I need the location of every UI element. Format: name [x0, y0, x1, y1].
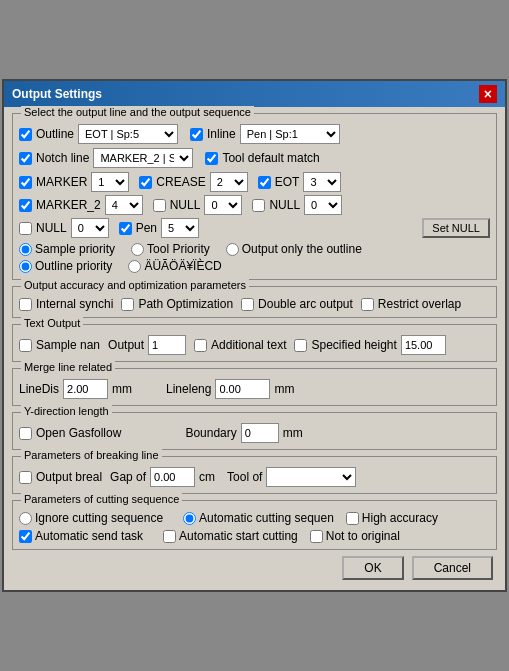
crease-checkbox[interactable] — [139, 176, 152, 189]
radio-group1-row: Sample priority Tool Priority Output onl… — [19, 242, 490, 256]
merge-row: LineDis mm Lineleng mm — [19, 379, 490, 399]
mm3-label: mm — [283, 426, 303, 440]
internal-synchi-checkbox[interactable] — [19, 298, 32, 311]
auto-cutting-radio[interactable] — [183, 512, 196, 525]
merge-line-section: Merge line related LineDis mm Lineleng m… — [12, 368, 497, 406]
notchline-checkbox[interactable] — [19, 152, 32, 165]
special-radio[interactable] — [128, 260, 141, 273]
gap-label: Gap of — [110, 470, 146, 484]
tool-priority-option[interactable]: Tool Priority — [131, 242, 210, 256]
null4-combo[interactable]: 0 — [71, 218, 109, 238]
sample-priority-option[interactable]: Sample priority — [19, 242, 115, 256]
sample-name-checkbox[interactable] — [19, 339, 32, 352]
output-value[interactable] — [148, 335, 186, 355]
auto-start-cutting-option[interactable]: Automatic start cutting — [163, 529, 298, 543]
pen-combo[interactable]: 5 — [161, 218, 199, 238]
ignore-cutting-radio[interactable] — [19, 512, 32, 525]
outline-checkbox[interactable] — [19, 128, 32, 141]
not-to-original-label: Not to original — [326, 529, 400, 543]
specified-height-value[interactable] — [401, 335, 446, 355]
tool-combo[interactable] — [266, 467, 356, 487]
auto-start-cutting-checkbox[interactable] — [163, 530, 176, 543]
accuracy-options-row: Internal synchi Path Optimization Double… — [19, 297, 490, 311]
special-label: ÄÜÃÖÄ¥ÏÈCD — [144, 259, 221, 273]
not-to-original-option[interactable]: Not to original — [310, 529, 400, 543]
output-break-checkbox[interactable] — [19, 471, 32, 484]
marker-combo[interactable]: 1 — [91, 172, 129, 192]
outline-priority-radio[interactable] — [19, 260, 32, 273]
restrict-overlap-checkbox[interactable] — [361, 298, 374, 311]
marker2-checkbox[interactable] — [19, 199, 32, 212]
pen-checkbox[interactable] — [119, 222, 132, 235]
radio-group2-row: Outline priority ÄÜÃÖÄ¥ÏÈCD — [19, 259, 490, 273]
notchline-label: Notch line — [36, 151, 89, 165]
inline-combo[interactable]: Pen | Sp:1 — [240, 124, 340, 144]
null3-label: NULL — [269, 198, 300, 212]
eot-checkbox[interactable] — [258, 176, 271, 189]
null2-checkbox[interactable] — [153, 199, 166, 212]
open-gasfollow-label: Open Gasfollow — [36, 426, 121, 440]
specified-height-checkbox[interactable] — [294, 339, 307, 352]
close-button[interactable]: × — [479, 85, 497, 103]
marker2-label: MARKER_2 — [36, 198, 101, 212]
inline-checkbox[interactable] — [190, 128, 203, 141]
section3-title: Text Output — [21, 317, 83, 329]
outline-priority-option[interactable]: Outline priority — [19, 259, 112, 273]
tool-of-label: Tool of — [227, 470, 262, 484]
linedis-value[interactable] — [63, 379, 108, 399]
crease-combo[interactable]: 2 — [210, 172, 248, 192]
pen-label: Pen — [136, 221, 157, 235]
section3-content: Sample nan Output Additional text Specif… — [19, 335, 490, 355]
open-gasfollow-checkbox[interactable] — [19, 427, 32, 440]
sample-priority-label: Sample priority — [35, 242, 115, 256]
marker2-combo[interactable]: 4 — [105, 195, 143, 215]
auto-send-task-checkbox[interactable] — [19, 530, 32, 543]
high-accuracy-option[interactable]: High accuracy — [346, 511, 438, 525]
marker-checkbox[interactable] — [19, 176, 32, 189]
additional-text-checkbox[interactable] — [194, 339, 207, 352]
sample-priority-radio[interactable] — [19, 243, 32, 256]
special-option[interactable]: ÄÜÃÖÄ¥ÏÈCD — [128, 259, 221, 273]
double-arc-checkbox[interactable] — [241, 298, 254, 311]
high-accuracy-checkbox[interactable] — [346, 512, 359, 525]
linedis-label: LineDis — [19, 382, 59, 396]
ignore-cutting-label: Ignore cutting sequence — [35, 511, 163, 525]
bottom-buttons: OK Cancel — [12, 556, 497, 584]
null2-combo[interactable]: 0 — [204, 195, 242, 215]
inline-label: Inline — [207, 127, 236, 141]
not-to-original-checkbox[interactable] — [310, 530, 323, 543]
null4-checkbox[interactable] — [19, 222, 32, 235]
tool-priority-radio[interactable] — [131, 243, 144, 256]
setnull-button[interactable]: Set NULL — [422, 218, 490, 238]
boundary-value[interactable] — [241, 423, 279, 443]
null3-combo[interactable]: 0 — [304, 195, 342, 215]
output-only-radio[interactable] — [226, 243, 239, 256]
outline-combo[interactable]: EOT | Sp:5 — [78, 124, 178, 144]
null3-checkbox[interactable] — [252, 199, 265, 212]
lineleng-value[interactable] — [215, 379, 270, 399]
outline-inline-row: Outline EOT | Sp:5 Inline Pen | Sp:1 — [19, 124, 490, 144]
section7-title: Parameters of cutting sequence — [21, 493, 182, 505]
notchline-combo[interactable]: MARKER_2 | Sp:5: — [93, 148, 193, 168]
null-pen-row: NULL 0 Pen 5 Set NULL — [19, 218, 490, 238]
titlebar: Output Settings × — [4, 81, 505, 107]
dialog-title: Output Settings — [12, 87, 102, 101]
auto-cutting-option[interactable]: Automatic cutting sequen — [183, 511, 334, 525]
outline-label: Outline — [36, 127, 74, 141]
section7-content: Ignore cutting sequence Automatic cuttin… — [19, 511, 490, 543]
lineleng-label: Lineleng — [166, 382, 211, 396]
null4-label: NULL — [36, 221, 67, 235]
cancel-button[interactable]: Cancel — [412, 556, 493, 580]
section5-content: Open Gasfollow Boundary mm — [19, 423, 490, 443]
section6-title: Parameters of breaking line — [21, 449, 162, 461]
marker-label: MARKER — [36, 175, 87, 189]
ignore-cutting-option[interactable]: Ignore cutting sequence — [19, 511, 163, 525]
path-opt-checkbox[interactable] — [121, 298, 134, 311]
tool-default-checkbox[interactable] — [205, 152, 218, 165]
auto-send-task-option[interactable]: Automatic send task — [19, 529, 143, 543]
eot-combo[interactable]: 3 — [303, 172, 341, 192]
output-only-option[interactable]: Output only the outline — [226, 242, 362, 256]
gap-value[interactable] — [150, 467, 195, 487]
accuracy-section: Output accuracy and optimization paramet… — [12, 286, 497, 318]
ok-button[interactable]: OK — [342, 556, 403, 580]
